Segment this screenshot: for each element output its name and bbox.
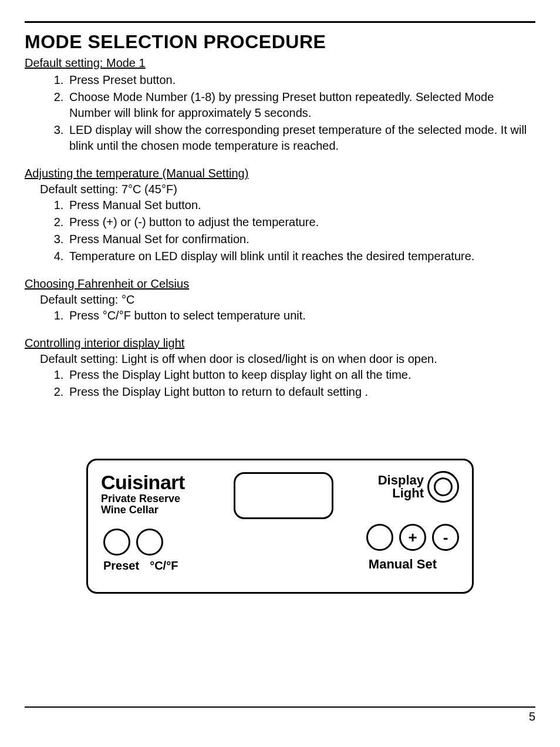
led-display — [234, 472, 333, 519]
list-item: LED display will show the corresponding … — [67, 122, 535, 154]
list-item: Press Manual Set for confirmation. — [67, 231, 535, 247]
page-footer: 5 — [25, 706, 535, 724]
brand-block: Cuisinart Private Reserve Wine Cellar — [101, 471, 185, 516]
section4-heading: Controlling interior display light — [25, 337, 535, 350]
section2-list: Press Manual Set button. Press (+) or (-… — [25, 197, 535, 264]
manual-set-button[interactable] — [366, 524, 393, 551]
manual-set-row: + - — [366, 524, 459, 551]
unit-label: °C/°F — [150, 559, 178, 573]
section2-default: Default setting: 7°C (45°F) — [25, 183, 535, 196]
display-light-zone: Display Light — [378, 471, 459, 503]
display-light-button[interactable] — [427, 471, 459, 503]
control-panel-figure: Cuisinart Private Reserve Wine Cellar Di… — [25, 459, 535, 594]
list-item: Press (+) or (-) button to adjust the te… — [67, 214, 535, 230]
list-item: Press the Display Light button to keep d… — [67, 367, 535, 383]
top-rule — [25, 21, 535, 23]
minus-icon: - — [443, 529, 448, 547]
section4-list: Press the Display Light button to keep d… — [25, 367, 535, 400]
section2-heading: Adjusting the temperature (Manual Settin… — [25, 167, 535, 180]
subbrand-line2: Wine Cellar — [101, 504, 185, 516]
section-manual-setting: Adjusting the temperature (Manual Settin… — [25, 167, 535, 264]
page-title: MODE SELECTION PROCEDURE — [25, 31, 535, 53]
brand-logo-text: Cuisinart — [101, 471, 185, 494]
page-number: 5 — [529, 710, 535, 723]
plus-icon: + — [408, 529, 417, 547]
section-display-light: Controlling interior display light Defau… — [25, 337, 535, 400]
preset-label: Preset — [103, 559, 139, 573]
minus-button[interactable]: - — [432, 524, 459, 551]
display-light-label-line2: Light — [378, 487, 424, 500]
section-mode-selection: Default setting: Mode 1 Press Preset but… — [25, 56, 535, 154]
preset-labels-row: Preset °C/°F — [103, 559, 178, 573]
plus-button[interactable]: + — [399, 524, 426, 551]
section-unit-select: Choosing Fahrenheit or Celsius Default s… — [25, 277, 535, 324]
preset-button[interactable] — [103, 529, 130, 556]
list-item: Choose Mode Number (1-8) by pressing Pre… — [67, 89, 535, 121]
preset-button-row — [103, 529, 163, 556]
list-item: Press °C/°F button to select temperature… — [67, 308, 535, 324]
control-panel: Cuisinart Private Reserve Wine Cellar Di… — [86, 459, 474, 594]
unit-cf-button[interactable] — [136, 529, 163, 556]
manual-set-label: Manual Set — [369, 557, 437, 572]
subbrand-line1: Private Reserve — [101, 493, 185, 505]
list-item: Press Preset button. — [67, 72, 535, 88]
section1-list: Press Preset button. Choose Mode Number … — [25, 72, 535, 154]
display-light-label: Display Light — [378, 474, 424, 500]
section3-list: Press °C/°F button to select temperature… — [25, 308, 535, 324]
section3-default: Default setting: °C — [25, 293, 535, 307]
list-item: Press Manual Set button. — [67, 197, 535, 213]
section4-default: Default setting: Light is off when door … — [25, 352, 535, 366]
section3-heading: Choosing Fahrenheit or Celsius — [25, 277, 535, 291]
list-item: Press the Display Light button to return… — [67, 384, 535, 400]
list-item: Temperature on LED display will blink un… — [67, 248, 535, 264]
section1-heading: Default setting: Mode 1 — [25, 56, 535, 70]
display-light-label-line1: Display — [378, 474, 424, 487]
